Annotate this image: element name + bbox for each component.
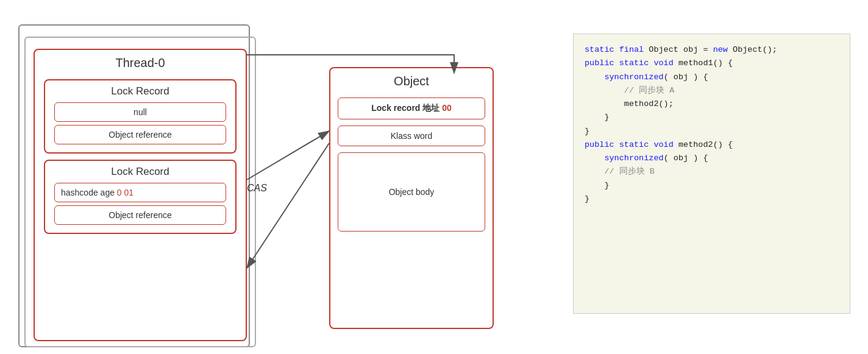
code-line-9: synchronized( obj ) { — [585, 152, 839, 165]
lock-record-2-cell1: hashcode age 0 01 — [54, 183, 226, 202]
code-line-6: } — [585, 111, 839, 124]
lock-record-1: Lock Record null Object reference — [44, 79, 237, 154]
lock-record-2: Lock Record hashcode age 0 01 Object ref… — [44, 160, 237, 234]
code-line-5: method2(); — [585, 97, 839, 111]
lock-record-2-cell2: Object reference — [54, 205, 226, 225]
code-line-8: public static void method2() { — [585, 138, 839, 152]
svg-line-0 — [247, 131, 329, 180]
lock-record-1-title: Lock Record — [51, 85, 229, 97]
object-title: Object — [330, 68, 493, 91]
thread-title: Thread-0 — [35, 50, 246, 73]
svg-line-1 — [247, 143, 329, 268]
kw-static-final: static final — [585, 45, 644, 54]
code-line-10: // 同步块 B — [585, 165, 839, 179]
kw-new: new — [713, 45, 728, 54]
code-line-4: // 同步块 A — [585, 84, 839, 97]
lock-record-2-title: Lock Record — [51, 166, 229, 178]
code-line-2: public static void method1() { — [585, 57, 839, 70]
code-line-11: } — [585, 179, 839, 193]
code-panel: static final Object obj = new Object(); … — [573, 34, 850, 314]
cas-label: CAS — [247, 183, 267, 194]
diagram-container: Thread-0 Lock Record null Object referen… — [6, 6, 555, 347]
thread-box: Thread-0 Lock Record null Object referen… — [34, 49, 247, 341]
object-box: Object Lock record 地址 00 Klass word Obje… — [329, 67, 494, 329]
kw-sync2: synchronized — [604, 154, 663, 163]
code-line-12: } — [585, 193, 839, 206]
hashcode-prefix: hashcode age — [61, 188, 117, 197]
lock-record-addr-red: 00 — [442, 103, 452, 113]
lock-record-1-cell2: Object reference — [54, 125, 226, 144]
lock-record-1-cell1: null — [54, 102, 226, 122]
lock-record-addr-box: Lock record 地址 00 — [338, 97, 485, 119]
lock-record-addr-prefix: Lock record 地址 — [371, 103, 442, 113]
code-line-1: static final Object obj = new Object(); — [585, 43, 839, 57]
kw-public1: public static void — [585, 58, 674, 68]
object-body-box: Object body — [338, 152, 485, 232]
klass-word-box: Klass word — [338, 126, 485, 146]
kw-public2: public static void — [585, 140, 674, 149]
hashcode-red: 0 01 — [117, 188, 133, 197]
code-line-7: } — [585, 125, 839, 138]
kw-sync1: synchronized — [604, 73, 663, 82]
code-line-3: synchronized( obj ) { — [585, 71, 839, 84]
